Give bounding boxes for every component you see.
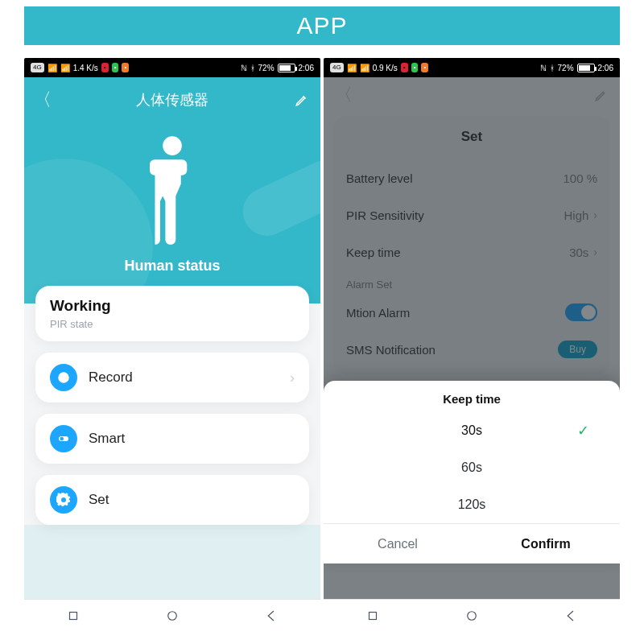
record-label: Record — [89, 369, 133, 386]
battery-icon — [278, 64, 295, 72]
option-120s[interactable]: 120s — [324, 486, 620, 523]
set-row[interactable]: Set — [35, 475, 309, 525]
status-card: Working PIR state — [35, 286, 309, 341]
cancel-button[interactable]: Cancel — [324, 524, 472, 564]
keeptime-picker-sheet: Keep time 30s ✓ 60s 120s Cancel Confirm — [324, 381, 620, 564]
nfc-icon: ℕ — [540, 64, 547, 72]
app-badge-icon: • — [411, 63, 419, 72]
svg-point-3 — [60, 437, 64, 441]
set-label: Set — [89, 492, 109, 508]
net-mode-badge: 4G — [31, 63, 44, 72]
svg-point-7 — [468, 611, 477, 620]
svg-rect-4 — [70, 612, 77, 619]
app-badge-icon: • — [101, 63, 109, 72]
android-navbar — [24, 599, 320, 634]
app-badge-icon: • — [421, 63, 428, 72]
option-label: 120s — [458, 497, 486, 512]
signal-icon: 📶 — [47, 64, 57, 72]
clock-icon — [50, 364, 77, 391]
battery-pct: 72% — [558, 64, 574, 72]
nav-home-icon[interactable] — [464, 609, 479, 626]
page-title: 人体传感器 — [136, 90, 208, 109]
status-sub: PIR state — [50, 318, 93, 330]
smart-row[interactable]: Smart — [35, 414, 309, 464]
phone-left: 4G 📶 📶 1.4 K/s • • • ℕ ᚼ 72% 2:06 — [24, 58, 320, 634]
nfc-icon: ℕ — [241, 64, 247, 72]
wifi-icon: 📶 — [60, 64, 70, 72]
bluetooth-icon: ᚼ — [550, 64, 555, 72]
confirm-button[interactable]: Confirm — [472, 524, 620, 564]
app-badge-icon: • — [112, 63, 119, 72]
human-figure-icon — [24, 118, 320, 246]
svg-point-0 — [163, 136, 182, 155]
app-badge-icon: • — [122, 63, 129, 72]
svg-point-5 — [168, 611, 177, 620]
bluetooth-icon: ᚼ — [250, 64, 255, 72]
option-label: 30s — [461, 423, 482, 438]
chevron-right-icon: › — [290, 369, 295, 386]
net-rate: 1.4 K/s — [73, 64, 98, 72]
record-row[interactable]: Record › — [35, 353, 309, 402]
nav-home-icon[interactable] — [165, 609, 180, 626]
option-60s[interactable]: 60s — [324, 449, 620, 486]
net-rate: 0.9 K/s — [373, 64, 398, 72]
status-bar: 4G 📶 📶 1.4 K/s • • • ℕ ᚼ 72% 2:06 — [24, 58, 320, 77]
app-banner: APP — [24, 6, 620, 45]
nav-recent-icon[interactable] — [365, 609, 380, 626]
battery-pct: 72% — [258, 64, 275, 72]
gear-icon — [50, 486, 77, 514]
back-button[interactable]: 〈 — [34, 88, 52, 112]
sheet-title: Keep time — [324, 381, 620, 412]
wifi-icon: 📶 — [360, 64, 369, 72]
battery-icon — [577, 64, 595, 72]
smart-label: Smart — [89, 431, 125, 447]
app-badge-icon: • — [401, 63, 408, 72]
status-bar: 4G 📶 📶 0.9 K/s • • • ℕ ᚼ 72% 2:06 — [324, 58, 620, 77]
android-navbar — [324, 599, 620, 634]
option-30s[interactable]: 30s ✓ — [324, 412, 620, 449]
toggle-icon — [50, 425, 77, 452]
clock: 2:06 — [598, 64, 613, 72]
nav-recent-icon[interactable] — [66, 609, 80, 626]
net-mode-badge: 4G — [330, 63, 344, 72]
check-icon: ✓ — [577, 422, 589, 440]
nav-back-icon[interactable] — [264, 609, 279, 626]
nav-back-icon[interactable] — [564, 609, 578, 626]
edit-icon[interactable] — [295, 93, 309, 107]
svg-rect-6 — [369, 612, 377, 619]
clock: 2:06 — [299, 64, 314, 72]
signal-icon: 📶 — [347, 64, 357, 72]
option-label: 60s — [461, 460, 482, 475]
status-heading: Working — [50, 297, 111, 315]
phone-right: 4G 📶 📶 0.9 K/s • • • ℕ ᚼ 72% 2:06 — [324, 58, 620, 634]
